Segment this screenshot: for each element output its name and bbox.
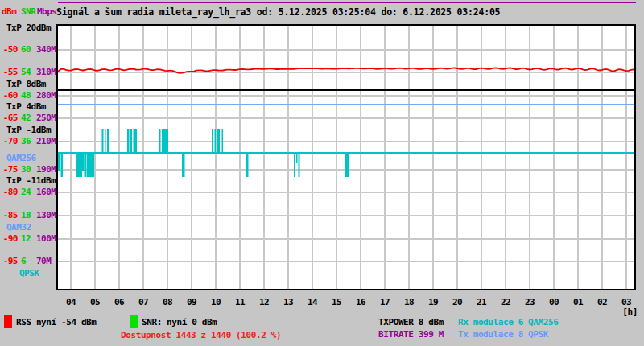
dbm-tick: -65 — [1, 113, 18, 123]
rx-modulation-bar — [102, 129, 104, 153]
snr-tick: 42 — [21, 113, 34, 123]
rx-modulation-bar — [82, 153, 85, 171]
rss-legend-swatch — [4, 315, 12, 328]
mbps-tick: 160M — [36, 187, 56, 197]
hour-tick-label: 04 — [62, 298, 80, 307]
hour-tick-label: 06 — [110, 298, 128, 307]
hour-tick-label: 10 — [207, 298, 225, 307]
rx-modulation-bar — [296, 153, 298, 163]
axis-tick-row: -9012100M — [1, 234, 56, 244]
axis-header-snr: SNR — [21, 7, 35, 17]
mbps-tick: 70M — [36, 257, 51, 266]
axis-tick-row: -95670M — [1, 257, 51, 266]
rx-modulation-bar — [294, 153, 295, 177]
hour-tick-label: 07 — [134, 298, 152, 307]
axis-header-dbm: dBm — [2, 7, 16, 17]
hour-tick-label: 02 — [593, 298, 611, 307]
mbps-tick: 250M — [36, 113, 56, 123]
txp-tick: TxP 8dBm — [6, 80, 46, 89]
rx-modulation-legend-label: Rx modulace 6 QAM256 — [458, 318, 558, 327]
axis-tick-row: -8518130M — [1, 211, 56, 220]
hour-tick-label: 23 — [521, 298, 539, 307]
dbm-tick: -85 — [1, 211, 18, 220]
hour-tick-label: 05 — [86, 298, 104, 307]
snr-tick: 60 — [21, 45, 34, 55]
tx-modulation-legend-label: Tx modulace 8 QPSK — [458, 330, 548, 340]
rx-modulation-bar — [162, 129, 168, 153]
bitrate-legend-label: BITRATE 399 M — [378, 330, 444, 340]
txp-tick: TxP -11dBm — [6, 176, 56, 186]
hour-tick-label: 08 — [159, 298, 176, 307]
rx-modulation-bar — [134, 129, 138, 153]
dbm-tick: -50 — [1, 45, 18, 55]
availability-label: Dostupnost 1443 z 1440 (100.2 %) — [121, 331, 281, 340]
axis-tick-row: -7036210M — [1, 137, 56, 146]
rx-modulation-bar — [217, 129, 220, 153]
snr-tick: 48 — [21, 91, 34, 101]
txp-tick: TxP 4dBm — [6, 102, 46, 112]
hour-tick-label: 17 — [376, 298, 394, 307]
rx-modulation-bar — [246, 153, 249, 177]
snr-tick: 24 — [21, 187, 34, 197]
mbps-tick: 210M — [36, 137, 56, 146]
dbm-tick: -80 — [1, 187, 18, 197]
rx-modulation-bar — [61, 153, 64, 177]
mbps-tick: 130M — [36, 211, 56, 220]
snr-tick: 12 — [21, 234, 34, 244]
hour-tick-label: 15 — [328, 298, 345, 307]
x-axis-unit: [h] — [617, 307, 638, 317]
hour-tick-label: 19 — [424, 298, 442, 307]
axis-tick-row: -5060340M — [1, 45, 56, 55]
hour-tick-label: 20 — [448, 298, 466, 307]
rx-modulation-bar — [87, 153, 94, 177]
snr-tick: 30 — [21, 165, 34, 175]
axis-tick-row: -8024160M — [1, 187, 56, 197]
rx-modulation-bar — [212, 129, 213, 153]
hour-tick-label: 21 — [473, 298, 490, 307]
dbm-tick: -75 — [1, 165, 18, 175]
rx-modulation-bar — [76, 153, 82, 177]
rx-modulation-bar — [107, 129, 109, 153]
txp-tick: TxP -1dBm — [6, 126, 51, 135]
axis-header-mbps: Mbps — [37, 7, 57, 17]
rss-legend-label: RSS nyní -54 dBm — [16, 318, 97, 327]
hour-tick-label: 01 — [569, 298, 587, 307]
dbm-tick: -60 — [1, 91, 18, 101]
dbm-tick: -90 — [1, 234, 18, 244]
rx-modulation-bar — [299, 153, 300, 177]
rx-modulation-bar — [105, 129, 106, 153]
modulation-tick: QPSK — [19, 269, 39, 278]
modulation-tick: QAM256 — [6, 154, 36, 163]
rx-modulation-bar — [182, 153, 185, 177]
modulation-tick: QAM32 — [6, 223, 31, 233]
rx-modulation-bar — [85, 153, 87, 177]
axis-tick-row: -6048280M — [1, 91, 56, 101]
hour-tick-label: 14 — [303, 298, 321, 307]
rx-modulation-bar — [127, 129, 130, 153]
axis-tick-row: -5554310M — [1, 68, 56, 77]
hour-tick-label: 09 — [183, 298, 200, 307]
hour-tick-label: 18 — [400, 298, 418, 307]
snr-legend-label: SNR: nyní 0 dBm — [142, 318, 217, 327]
mbps-tick: 310M — [36, 68, 56, 77]
dbm-tick: -95 — [1, 257, 18, 266]
mbps-tick: 280M — [36, 91, 56, 101]
hour-tick-label: 11 — [231, 298, 249, 307]
rx-modulation-bar — [130, 129, 132, 153]
mbps-tick: 100M — [36, 234, 56, 244]
hour-tick-label: 00 — [545, 298, 563, 307]
rx-modulation-bar — [159, 129, 161, 153]
rx-modulation-bar — [215, 129, 217, 153]
dbm-tick: -70 — [1, 137, 18, 146]
page-title: Signál a šum radia mileta_ray_lh_ra3 od:… — [56, 7, 500, 17]
rx-modulation-bar — [345, 153, 349, 177]
mbps-tick: 340M — [36, 45, 56, 55]
mbps-tick: 190M — [36, 165, 56, 175]
signal-noise-chart — [0, 0, 644, 346]
radio-signal-graph-page: Signál a šum radia mileta_ray_lh_ra3 od:… — [0, 0, 644, 346]
txp-tick: TxP 20dBm — [6, 23, 51, 33]
hour-tick-label: 12 — [255, 298, 273, 307]
hour-tick-label: 22 — [497, 298, 514, 307]
snr-tick: 36 — [21, 137, 34, 146]
hour-tick-label: 13 — [279, 298, 297, 307]
